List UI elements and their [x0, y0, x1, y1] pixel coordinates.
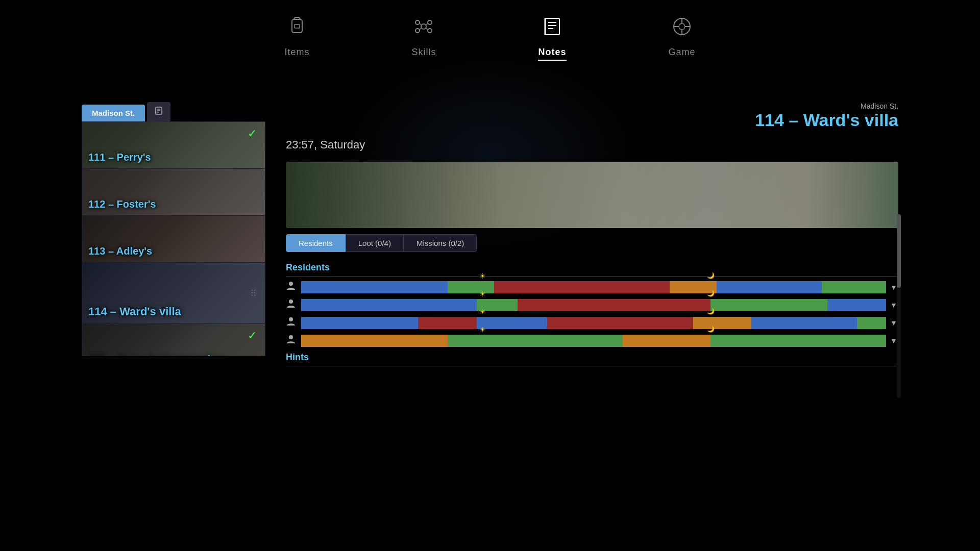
tab-loot[interactable]: Loot (0/4) [346, 234, 404, 252]
person-icon-3 [286, 316, 297, 329]
seg-red-3b [547, 317, 693, 329]
location-title: 114 – Ward's villa [286, 110, 898, 130]
detail-tabs: Residents Loot (0/4) Missions (0/2) [286, 234, 898, 252]
moon-marker-1: 🌙 [707, 272, 715, 279]
sun-marker-4: ☀ [479, 325, 486, 334]
seg-blue-3b [477, 317, 547, 329]
location-item-114[interactable]: 114 – Ward's villa ⠿ [82, 263, 265, 324]
schedule-bar-2 [301, 299, 886, 311]
svg-point-28 [289, 317, 293, 321]
resident-row-3: ☀ 🌙 ▼ [286, 316, 898, 329]
schedule-2: ☀ 🌙 [301, 299, 886, 311]
nav-item-notes[interactable]: Notes [538, 15, 566, 61]
svg-rect-1 [295, 24, 300, 28]
seg-red-2a [518, 299, 710, 311]
person-icon-2 [286, 298, 297, 311]
moon-marker-4: 🌙 [707, 325, 715, 333]
schedule-bar-1 [301, 281, 886, 293]
sun-marker-1: ☀ [479, 272, 486, 280]
svg-line-10 [426, 28, 428, 30]
seg-green-2b [710, 299, 827, 311]
items-label: Items [284, 47, 309, 58]
location-preview [286, 162, 898, 228]
svg-line-7 [420, 23, 422, 26]
checkmark-115: ✓ [248, 329, 257, 342]
resident-row-4: ☀ 🌙 ▼ [286, 334, 898, 347]
person-icon-4 [286, 334, 297, 347]
main-content: Madison St. 111 – Perry's ✓ [82, 102, 898, 510]
svg-point-26 [289, 282, 293, 286]
location-list: 111 – Perry's ✓ 112 – Foster's 113 – Adl… [82, 121, 265, 356]
skills-label: Skills [411, 47, 436, 58]
svg-point-2 [421, 24, 426, 29]
seg-red-1a [494, 281, 670, 293]
location-name-111: 111 – Perry's [88, 152, 151, 163]
seg-green-3a [857, 317, 886, 329]
tab-main-label: Madison St. [92, 109, 135, 117]
svg-point-17 [679, 23, 685, 30]
schedule-bar-4 [301, 335, 886, 347]
seg-blue-1a [301, 281, 448, 293]
right-panel-scrollbar[interactable] [897, 214, 901, 398]
top-nav: Items Skills [0, 0, 980, 61]
seg-green-1a [448, 281, 495, 293]
residents-title: Residents [286, 262, 898, 277]
tab-residents[interactable]: Residents [286, 234, 346, 252]
svg-point-27 [289, 299, 293, 304]
street-label: Madison St. [286, 102, 898, 110]
svg-point-5 [415, 29, 420, 33]
seg-orange-4a [301, 335, 448, 347]
right-panel-scrollbar-thumb [897, 214, 901, 288]
tab-notes-secondary[interactable] [147, 102, 170, 121]
hints-title: Hints [286, 352, 898, 366]
location-name-114: 114 – Ward's villa [88, 305, 181, 318]
moon-marker-3: 🌙 [707, 308, 715, 315]
seg-green-4a [448, 335, 623, 347]
residents-content: Residents ☀ 🌙 [286, 262, 898, 370]
tab-residents-label: Residents [299, 239, 333, 247]
notes-icon [541, 15, 564, 43]
nav-item-game[interactable]: Game [669, 15, 696, 61]
seg-blue-1b [717, 281, 822, 293]
seg-blue-2b [827, 299, 886, 311]
sun-marker-3: ☀ [479, 308, 486, 316]
person-icon-1 [286, 281, 297, 293]
skills-icon [412, 15, 435, 43]
hints-section: Hints [286, 352, 898, 366]
svg-line-8 [426, 23, 428, 26]
seg-orange-4b [623, 335, 710, 347]
tab-notes-icon [154, 106, 163, 117]
nav-item-skills[interactable]: Skills [411, 15, 436, 61]
backpack-icon [286, 15, 308, 43]
checkmark-111: ✓ [248, 127, 257, 140]
svg-point-4 [428, 20, 432, 24]
location-item-115[interactable]: 115 – Crazy Joe's pawnshop ✓ [82, 324, 265, 356]
left-panel: Madison St. 111 – Perry's ✓ [82, 102, 265, 510]
tab-loot-label: Loot (0/4) [358, 239, 391, 247]
resident-row-1: ☀ 🌙 ▼ [286, 281, 898, 293]
sun-marker-2: ☀ [479, 290, 486, 298]
location-name-113: 113 – Adley's [88, 245, 152, 257]
seg-blue-3c [751, 317, 856, 329]
seg-blue-2a [301, 299, 477, 311]
seg-blue-3a [301, 317, 418, 329]
svg-point-6 [428, 29, 432, 33]
time-display: 23:57, Saturday [286, 138, 898, 152]
svg-rect-0 [292, 19, 302, 33]
svg-point-29 [289, 335, 293, 339]
location-item-111[interactable]: 111 – Perry's ✓ [82, 122, 265, 169]
location-item-113[interactable]: 113 – Adley's [82, 216, 265, 263]
svg-point-3 [415, 20, 420, 24]
svg-line-9 [420, 28, 422, 30]
location-item-112[interactable]: 112 – Foster's [82, 169, 265, 216]
game-label: Game [669, 47, 696, 58]
location-preview-inner [286, 162, 898, 228]
seg-red-3a [418, 317, 477, 329]
tab-madison-st[interactable]: Madison St. [82, 105, 145, 121]
tab-missions-label: Missions (0/2) [416, 239, 464, 247]
right-panel: Madison St. 114 – Ward's villa 23:57, Sa… [286, 102, 898, 510]
tab-missions[interactable]: Missions (0/2) [404, 234, 477, 252]
resident-row-2: ☀ 🌙 ▼ [286, 298, 898, 311]
location-bg-115 [82, 324, 265, 356]
nav-item-items[interactable]: Items [284, 15, 309, 61]
